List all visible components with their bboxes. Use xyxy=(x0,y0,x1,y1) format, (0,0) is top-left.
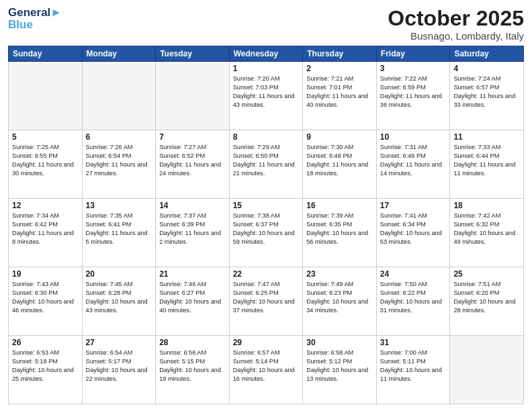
cell-info: Sunrise: 7:26 AM Sunset: 6:54 PM Dayligh… xyxy=(86,143,152,178)
logo-general: General► xyxy=(8,7,62,19)
cell-info: Sunrise: 7:33 AM Sunset: 6:44 PM Dayligh… xyxy=(453,143,520,178)
header: General► Blue October 2025 Busnago, Lomb… xyxy=(8,7,524,42)
day-number: 10 xyxy=(380,132,447,142)
header-friday: Friday xyxy=(376,46,450,62)
logo-blue: Blue xyxy=(8,19,62,31)
cell-info: Sunrise: 7:38 AM Sunset: 6:37 PM Dayligh… xyxy=(233,212,300,246)
cell-info: Sunrise: 7:47 AM Sunset: 6:25 PM Dayligh… xyxy=(233,280,300,315)
day-number: 9 xyxy=(306,132,373,142)
day-number: 28 xyxy=(159,338,226,347)
table-row: 4Sunrise: 7:24 AM Sunset: 6:57 PM Daylig… xyxy=(450,62,524,130)
day-number: 13 xyxy=(86,201,152,210)
cell-info: Sunrise: 6:53 AM Sunset: 5:18 PM Dayligh… xyxy=(12,349,79,383)
table-row: 11Sunrise: 7:33 AM Sunset: 6:44 PM Dayli… xyxy=(450,130,524,199)
cell-info: Sunrise: 7:21 AM Sunset: 7:01 PM Dayligh… xyxy=(306,75,373,109)
table-row: 10Sunrise: 7:31 AM Sunset: 6:46 PM Dayli… xyxy=(376,130,450,199)
table-row: 24Sunrise: 7:50 AM Sunset: 6:22 PM Dayli… xyxy=(376,267,450,336)
header-thursday: Thursday xyxy=(303,46,377,62)
header-saturday: Saturday xyxy=(450,46,524,62)
day-number: 1 xyxy=(233,64,300,73)
cell-info: Sunrise: 7:50 AM Sunset: 6:22 PM Dayligh… xyxy=(380,280,447,315)
header-tuesday: Tuesday xyxy=(156,46,230,62)
table-row xyxy=(450,336,524,404)
table-row: 12Sunrise: 7:34 AM Sunset: 6:42 PM Dayli… xyxy=(9,199,83,267)
cell-info: Sunrise: 7:30 AM Sunset: 6:48 PM Dayligh… xyxy=(306,143,373,178)
day-number: 14 xyxy=(159,201,226,210)
cell-info: Sunrise: 7:22 AM Sunset: 6:59 PM Dayligh… xyxy=(380,75,447,109)
calendar-table: Sunday Monday Tuesday Wednesday Thursday… xyxy=(8,46,524,404)
table-row: 29Sunrise: 6:57 AM Sunset: 5:14 PM Dayli… xyxy=(229,336,303,404)
day-number: 30 xyxy=(306,338,373,347)
title-block: October 2025 Busnago, Lombardy, Italy xyxy=(388,7,524,42)
table-row: 16Sunrise: 7:39 AM Sunset: 6:35 PM Dayli… xyxy=(303,199,377,267)
cell-info: Sunrise: 7:20 AM Sunset: 7:03 PM Dayligh… xyxy=(233,75,300,109)
table-row: 13Sunrise: 7:35 AM Sunset: 6:41 PM Dayli… xyxy=(82,199,156,267)
cell-info: Sunrise: 7:46 AM Sunset: 6:27 PM Dayligh… xyxy=(159,280,226,315)
cell-info: Sunrise: 7:34 AM Sunset: 6:42 PM Dayligh… xyxy=(12,212,79,246)
table-row: 3Sunrise: 7:22 AM Sunset: 6:59 PM Daylig… xyxy=(376,62,450,130)
calendar-week-row: 5Sunrise: 7:25 AM Sunset: 6:55 PM Daylig… xyxy=(9,130,524,199)
cell-info: Sunrise: 7:45 AM Sunset: 6:28 PM Dayligh… xyxy=(86,280,152,315)
table-row: 28Sunrise: 6:56 AM Sunset: 5:15 PM Dayli… xyxy=(156,336,230,404)
day-number: 31 xyxy=(380,338,447,347)
table-row: 31Sunrise: 7:00 AM Sunset: 5:11 PM Dayli… xyxy=(376,336,450,404)
day-number: 21 xyxy=(159,269,226,279)
table-row: 23Sunrise: 7:49 AM Sunset: 6:23 PM Dayli… xyxy=(303,267,377,336)
day-number: 3 xyxy=(380,64,447,73)
day-number: 23 xyxy=(306,269,373,279)
table-row: 1Sunrise: 7:20 AM Sunset: 7:03 PM Daylig… xyxy=(229,62,303,130)
table-row: 22Sunrise: 7:47 AM Sunset: 6:25 PM Dayli… xyxy=(229,267,303,336)
table-row: 19Sunrise: 7:43 AM Sunset: 6:30 PM Dayli… xyxy=(9,267,83,336)
cell-info: Sunrise: 7:25 AM Sunset: 6:55 PM Dayligh… xyxy=(12,143,79,178)
table-row xyxy=(82,62,156,130)
table-row: 5Sunrise: 7:25 AM Sunset: 6:55 PM Daylig… xyxy=(9,130,83,199)
month-title: October 2025 xyxy=(388,7,524,30)
table-row: 20Sunrise: 7:45 AM Sunset: 6:28 PM Dayli… xyxy=(82,267,156,336)
table-row: 15Sunrise: 7:38 AM Sunset: 6:37 PM Dayli… xyxy=(229,199,303,267)
cell-info: Sunrise: 6:54 AM Sunset: 5:17 PM Dayligh… xyxy=(86,349,152,383)
day-number: 25 xyxy=(453,269,520,279)
logo: General► Blue xyxy=(8,7,62,31)
table-row: 14Sunrise: 7:37 AM Sunset: 6:39 PM Dayli… xyxy=(156,199,230,267)
day-number: 5 xyxy=(12,132,79,142)
day-number: 15 xyxy=(233,201,300,210)
cell-info: Sunrise: 7:00 AM Sunset: 5:11 PM Dayligh… xyxy=(380,349,447,383)
day-number: 12 xyxy=(12,201,79,210)
day-number: 17 xyxy=(380,201,447,210)
cell-info: Sunrise: 7:37 AM Sunset: 6:39 PM Dayligh… xyxy=(159,212,226,246)
day-number: 18 xyxy=(453,201,520,210)
cell-info: Sunrise: 7:41 AM Sunset: 6:34 PM Dayligh… xyxy=(380,212,447,246)
cell-info: Sunrise: 7:42 AM Sunset: 6:32 PM Dayligh… xyxy=(453,212,520,246)
table-row: 9Sunrise: 7:30 AM Sunset: 6:48 PM Daylig… xyxy=(303,130,377,199)
day-number: 20 xyxy=(86,269,152,279)
table-row xyxy=(9,62,83,130)
day-number: 27 xyxy=(86,338,152,347)
cell-info: Sunrise: 7:24 AM Sunset: 6:57 PM Dayligh… xyxy=(453,75,520,109)
cell-info: Sunrise: 7:31 AM Sunset: 6:46 PM Dayligh… xyxy=(380,143,447,178)
table-row: 30Sunrise: 6:58 AM Sunset: 5:12 PM Dayli… xyxy=(303,336,377,404)
cell-info: Sunrise: 7:51 AM Sunset: 6:20 PM Dayligh… xyxy=(453,280,520,315)
cell-info: Sunrise: 7:49 AM Sunset: 6:23 PM Dayligh… xyxy=(306,280,373,315)
header-wednesday: Wednesday xyxy=(229,46,303,62)
header-sunday: Sunday xyxy=(9,46,83,62)
cell-info: Sunrise: 7:35 AM Sunset: 6:41 PM Dayligh… xyxy=(86,212,152,246)
cell-info: Sunrise: 6:56 AM Sunset: 5:15 PM Dayligh… xyxy=(159,349,226,383)
table-row xyxy=(156,62,230,130)
day-number: 6 xyxy=(86,132,152,142)
cell-info: Sunrise: 7:39 AM Sunset: 6:35 PM Dayligh… xyxy=(306,212,373,246)
day-number: 24 xyxy=(380,269,447,279)
table-row: 2Sunrise: 7:21 AM Sunset: 7:01 PM Daylig… xyxy=(303,62,377,130)
cell-info: Sunrise: 6:57 AM Sunset: 5:14 PM Dayligh… xyxy=(233,349,300,383)
day-number: 8 xyxy=(233,132,300,142)
table-row: 21Sunrise: 7:46 AM Sunset: 6:27 PM Dayli… xyxy=(156,267,230,336)
table-row: 25Sunrise: 7:51 AM Sunset: 6:20 PM Dayli… xyxy=(450,267,524,336)
cell-info: Sunrise: 6:58 AM Sunset: 5:12 PM Dayligh… xyxy=(306,349,373,383)
calendar-header-row: Sunday Monday Tuesday Wednesday Thursday… xyxy=(9,46,524,62)
cell-info: Sunrise: 7:29 AM Sunset: 6:50 PM Dayligh… xyxy=(233,143,300,178)
calendar-week-row: 1Sunrise: 7:20 AM Sunset: 7:03 PM Daylig… xyxy=(9,62,524,130)
table-row: 17Sunrise: 7:41 AM Sunset: 6:34 PM Dayli… xyxy=(376,199,450,267)
day-number: 26 xyxy=(12,338,79,347)
day-number: 7 xyxy=(159,132,226,142)
day-number: 16 xyxy=(306,201,373,210)
day-number: 19 xyxy=(12,269,79,279)
